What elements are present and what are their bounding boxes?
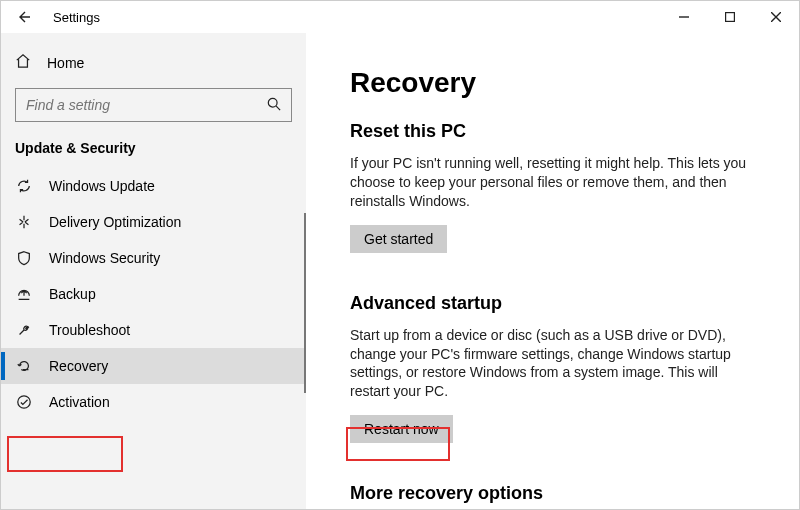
sidebar-item-windows-security[interactable]: Windows Security	[1, 240, 306, 276]
advanced-description: Start up from a device or disc (such as …	[350, 326, 755, 402]
titlebar: Settings	[1, 1, 799, 33]
content-area: Home Update & Security Windows Update	[1, 33, 799, 509]
sidebar-item-label: Delivery Optimization	[49, 214, 181, 230]
sidebar-item-label: Troubleshoot	[49, 322, 130, 338]
search-input[interactable]	[26, 97, 267, 113]
delivery-icon	[15, 214, 33, 230]
section-reset-pc: Reset this PC If your PC isn't running w…	[350, 121, 755, 253]
restart-now-button[interactable]: Restart now	[350, 415, 453, 443]
sidebar-item-delivery-optimization[interactable]: Delivery Optimization	[1, 204, 306, 240]
minimize-button[interactable]	[661, 1, 707, 33]
wrench-icon	[15, 322, 33, 338]
maximize-button[interactable]	[707, 1, 753, 33]
sidebar-item-recovery[interactable]: Recovery	[1, 348, 306, 384]
sidebar-item-windows-update[interactable]: Windows Update	[1, 168, 306, 204]
section-advanced-startup: Advanced startup Start up from a device …	[350, 293, 755, 444]
search-box[interactable]	[15, 88, 292, 122]
refresh-icon	[15, 178, 33, 194]
shield-icon	[15, 250, 33, 266]
settings-window: Settings Home	[0, 0, 800, 510]
sidebar-item-label: Backup	[49, 286, 96, 302]
get-started-button[interactable]: Get started	[350, 225, 447, 253]
window-controls	[661, 1, 799, 33]
main-panel: Recovery Reset this PC If your PC isn't …	[306, 33, 799, 509]
sidebar-home[interactable]: Home	[1, 45, 306, 80]
sidebar-section-title: Update & Security	[1, 140, 306, 168]
sidebar-item-label: Activation	[49, 394, 110, 410]
svg-rect-0	[726, 13, 735, 22]
reset-heading: Reset this PC	[350, 121, 755, 142]
svg-point-2	[18, 396, 30, 408]
sidebar-item-label: Windows Security	[49, 250, 160, 266]
sidebar-nav: Windows Update Delivery Optimization Win…	[1, 168, 306, 420]
annotation-highlight-recovery	[7, 436, 123, 472]
backup-icon	[15, 286, 33, 302]
close-button[interactable]	[753, 1, 799, 33]
more-options-heading: More recovery options	[350, 483, 755, 504]
sidebar-item-label: Recovery	[49, 358, 108, 374]
sidebar-item-troubleshoot[interactable]: Troubleshoot	[1, 312, 306, 348]
svg-point-1	[268, 98, 277, 107]
home-icon	[15, 53, 31, 72]
window-title: Settings	[37, 10, 100, 25]
search-icon	[267, 97, 281, 114]
sidebar-item-activation[interactable]: Activation	[1, 384, 306, 420]
page-title: Recovery	[350, 67, 755, 99]
recovery-icon	[15, 358, 33, 374]
advanced-heading: Advanced startup	[350, 293, 755, 314]
reset-description: If your PC isn't running well, resetting…	[350, 154, 755, 211]
sidebar-item-label: Windows Update	[49, 178, 155, 194]
sidebar-home-label: Home	[47, 55, 84, 71]
check-icon	[15, 394, 33, 410]
sidebar: Home Update & Security Windows Update	[1, 33, 306, 509]
back-button[interactable]	[9, 9, 37, 25]
sidebar-item-backup[interactable]: Backup	[1, 276, 306, 312]
